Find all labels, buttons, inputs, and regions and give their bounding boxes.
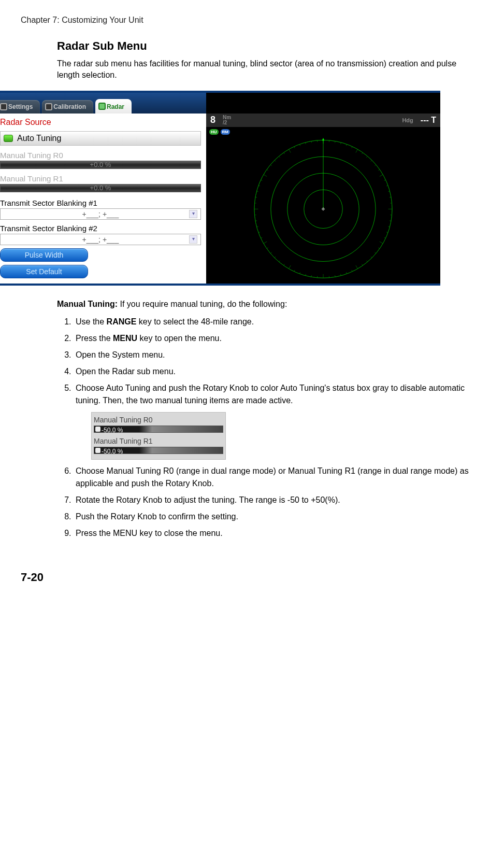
svg-line-80 — [306, 143, 306, 144]
svg-line-73 — [270, 165, 271, 166]
svg-line-56 — [275, 257, 276, 258]
heading-label: Hdg — [402, 117, 413, 123]
step-3: Open the System menu. — [74, 349, 473, 361]
radar-info-bar: 8 Nm /2 Hdg --- T — [206, 114, 440, 127]
heading-value: --- T — [421, 116, 436, 125]
step-9: Press the MENU key to close the menu. — [74, 527, 473, 540]
svg-line-41 — [356, 265, 358, 268]
radar-display-pane: 8 Nm /2 Hdg --- T HU RM — [206, 93, 440, 284]
range-unit: Nm /2 — [223, 115, 231, 125]
svg-line-59 — [264, 242, 267, 244]
svg-line-67 — [255, 197, 257, 197]
svg-line-17 — [356, 149, 358, 152]
svg-line-62 — [256, 226, 258, 227]
intro-paragraph: The radar sub menu has facilities for ma… — [57, 58, 473, 81]
step-8: Push the Rotary Knob to confirm the sett… — [74, 511, 473, 523]
page-number: 7-20 — [21, 571, 483, 584]
step-4: Open the Radar sub menu. — [74, 365, 473, 378]
svg-line-43 — [346, 272, 347, 274]
step-7: Rotate the Rotary Knob to adjust the tun… — [74, 494, 473, 506]
mini-r0-label: Manual Tuning R0 — [94, 415, 223, 426]
svg-line-58 — [267, 248, 268, 249]
svg-line-21 — [375, 165, 376, 166]
radar-settings-panel: Radar Source Auto Tuning Manual Tuning R… — [0, 93, 206, 284]
svg-line-40 — [362, 264, 363, 265]
mini-r1-slider[interactable]: -50.0 % — [94, 447, 223, 454]
manual-tuning-r0-slider[interactable]: +0.0 % — [0, 161, 201, 169]
svg-line-68 — [256, 191, 258, 192]
pulse-width-button[interactable]: Pulse Width — [0, 248, 88, 262]
manual-tuning-intro: Manual Tuning: If you require manual tun… — [57, 298, 473, 310]
svg-line-81 — [311, 141, 312, 143]
manual-tuning-r0-label: Manual Tuning R0 — [0, 150, 201, 161]
sector-blanking-1-dropdown[interactable]: +___; +___ — [0, 208, 201, 220]
tab-radar[interactable]: Radar — [95, 99, 132, 114]
set-default-button[interactable]: Set Default — [0, 265, 88, 278]
svg-line-55 — [279, 261, 280, 262]
svg-line-16 — [352, 147, 352, 148]
chapter-header: Chapter 7: Customizing Your Unit — [21, 16, 483, 25]
panel-heading: Radar Source — [0, 118, 201, 127]
svg-line-42 — [352, 270, 352, 272]
radar-menu-screenshot: Settings Calibration Radar DFF ETR-6/10N… — [0, 91, 440, 286]
svg-line-22 — [378, 169, 380, 171]
svg-line-75 — [279, 156, 280, 157]
svg-line-76 — [284, 152, 285, 154]
svg-line-71 — [264, 175, 267, 177]
svg-line-63 — [255, 221, 257, 221]
svg-line-78 — [294, 147, 295, 148]
step-1: Use the RANGE key to select the 48-mile … — [74, 316, 473, 328]
step-6: Choose Manual Tuning R0 (range in dual r… — [74, 465, 473, 490]
svg-line-24 — [384, 180, 386, 180]
range-value: 8 — [210, 115, 215, 125]
svg-line-25 — [386, 186, 388, 186]
sector-blanking-2-label: Transmit Sector Blanking #2 — [0, 223, 201, 234]
svg-line-52 — [294, 270, 295, 272]
section-title: Radar Sub Menu — [57, 39, 473, 53]
svg-line-72 — [267, 169, 268, 171]
sector-blanking-2-dropdown[interactable]: +___; +___ — [0, 234, 201, 245]
svg-line-50 — [306, 274, 306, 276]
svg-line-51 — [299, 272, 300, 274]
auto-tuning-status-icon — [4, 135, 13, 142]
svg-line-18 — [362, 152, 363, 154]
svg-line-36 — [378, 248, 380, 249]
svg-line-38 — [371, 257, 372, 258]
svg-line-35 — [380, 242, 383, 244]
svg-line-20 — [371, 160, 372, 161]
manual-tuning-enabled-screenshot: Manual Tuning R0 -50.0 % Manual Tuning R… — [91, 412, 226, 460]
svg-line-31 — [390, 221, 391, 221]
step-2: Press the MENU key to open the menu. — [74, 332, 473, 345]
svg-line-77 — [289, 149, 291, 152]
tab-settings[interactable]: Settings — [0, 100, 40, 114]
svg-line-69 — [258, 186, 260, 186]
mini-r1-label: Manual Tuning R1 — [94, 436, 223, 447]
auto-tuning-row[interactable]: Auto Tuning — [0, 131, 201, 146]
svg-line-70 — [261, 180, 262, 180]
manual-tuning-r1-slider[interactable]: +0.0 % — [0, 184, 201, 192]
svg-line-54 — [284, 264, 285, 265]
sector-blanking-1-label: Transmit Sector Blanking #1 — [0, 197, 201, 208]
svg-line-19 — [366, 156, 367, 157]
svg-line-60 — [261, 237, 262, 238]
mini-r0-slider[interactable]: -50.0 % — [94, 426, 223, 433]
svg-line-74 — [275, 160, 276, 161]
svg-line-44 — [341, 274, 341, 276]
svg-line-33 — [386, 232, 388, 233]
svg-line-39 — [366, 261, 367, 262]
svg-line-34 — [384, 237, 386, 238]
svg-line-14 — [341, 143, 341, 144]
manual-tuning-r1-label: Manual Tuning R1 — [0, 173, 201, 184]
svg-line-32 — [388, 226, 390, 227]
svg-line-13 — [335, 141, 336, 143]
svg-line-15 — [346, 144, 347, 146]
svg-line-27 — [390, 197, 391, 197]
svg-line-37 — [375, 252, 376, 253]
svg-line-61 — [258, 232, 260, 233]
tab-calibration[interactable]: Calibration — [42, 100, 93, 114]
svg-line-26 — [388, 191, 390, 192]
svg-line-57 — [270, 252, 271, 253]
svg-line-49 — [311, 275, 312, 277]
svg-line-23 — [380, 175, 383, 177]
svg-line-53 — [289, 265, 291, 268]
